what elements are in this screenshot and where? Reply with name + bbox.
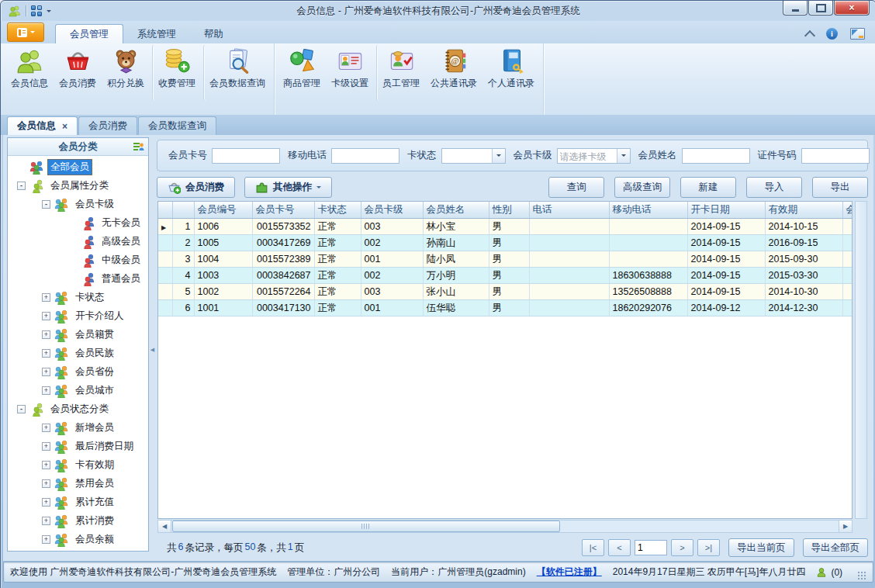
action-button[interactable]: 查询	[548, 177, 604, 198]
next-page-button[interactable]: >	[671, 539, 693, 556]
scrollbar-thumb[interactable]	[172, 521, 560, 532]
card-level-select[interactable]: 请选择卡级	[557, 148, 631, 164]
column-header[interactable]: 性别	[489, 202, 529, 219]
other-actions-button[interactable]: 其他操作	[244, 177, 332, 198]
tree-expander-icon[interactable]	[42, 330, 50, 339]
tree-item[interactable]: 会员卡级	[8, 195, 148, 213]
export-all-pages-button[interactable]: 导出全部页	[803, 538, 869, 557]
minimize-button[interactable]	[783, 1, 808, 16]
tree-expander-icon[interactable]	[42, 200, 50, 209]
tree-item[interactable]: 会员属性分类	[8, 176, 148, 195]
horizontal-scrollbar[interactable]: ◀ ▶	[157, 520, 853, 533]
tree-item[interactable]: 会员余额	[8, 530, 148, 548]
tree-item[interactable]: 累计消费	[8, 511, 148, 530]
tree-expander-icon[interactable]	[42, 293, 50, 302]
tree-item[interactable]: 新增会员	[8, 418, 148, 437]
info-icon[interactable]: i	[826, 28, 838, 40]
registration-status-link[interactable]: 【软件已注册】	[537, 566, 602, 579]
column-header[interactable]: 会员编号	[194, 202, 252, 219]
table-row[interactable]: 4 10030003842687正常002万小明男186306388882014…	[158, 268, 852, 284]
ribbon-button[interactable]: 会员数据查询	[203, 45, 271, 101]
tree-item[interactable]: 开卡介绍人	[8, 306, 148, 325]
tree-expander-icon[interactable]	[42, 424, 50, 432]
tree-expander-icon[interactable]	[17, 405, 26, 413]
ribbon-button[interactable]: 公共通讯录	[425, 45, 482, 101]
tree-item[interactable]: 卡有效期	[8, 455, 148, 474]
ribbon-tab[interactable]: 系统管理	[123, 25, 190, 43]
online-user-icon[interactable]	[816, 567, 827, 578]
tree-item[interactable]: 卡状态	[8, 288, 148, 306]
card-status-select[interactable]	[441, 148, 506, 164]
last-page-button[interactable]: >|	[697, 539, 720, 556]
tree-item[interactable]: 累计充值	[8, 493, 148, 511]
member-name-input[interactable]	[682, 148, 750, 164]
resize-grip[interactable]	[856, 570, 866, 580]
first-page-button[interactable]: |<	[582, 539, 604, 556]
scroll-left-arrow-icon[interactable]: ◀	[158, 521, 171, 532]
tree-item[interactable]: 会员民族	[8, 344, 148, 362]
column-header[interactable]: 卡状态	[314, 202, 361, 219]
ribbon-button[interactable]: 卡级设置	[326, 45, 374, 101]
prev-page-button[interactable]: <	[608, 539, 631, 556]
table-row[interactable]: 3 10040015572389正常001陆小凤男2014-09-152015-…	[158, 251, 852, 268]
maximize-button[interactable]	[808, 1, 833, 16]
action-button[interactable]: 导出	[812, 177, 868, 198]
export-current-page-button[interactable]: 导出当前页	[728, 538, 794, 557]
ribbon-tab[interactable]: 会员管理	[55, 24, 123, 43]
tree-expander-icon[interactable]	[42, 368, 50, 376]
tree-expander-icon[interactable]	[42, 517, 50, 525]
tree-expander-icon[interactable]	[42, 535, 50, 544]
tree-expander-icon[interactable]	[42, 498, 50, 507]
tree-item[interactable]: 禁用会员	[8, 474, 148, 493]
id-no-input[interactable]	[801, 148, 870, 164]
tree-expander-icon[interactable]	[42, 349, 50, 358]
column-header[interactable]: 会员	[842, 202, 852, 219]
column-header[interactable]: 电话	[529, 202, 609, 219]
category-settings-icon[interactable]	[132, 140, 144, 153]
tree-item[interactable]: 高级会员	[8, 232, 148, 251]
member-consume-button[interactable]: 会员消费	[157, 177, 235, 198]
ribbon-button[interactable]: 积分兑换	[102, 45, 150, 101]
tree-item[interactable]: 无卡会员	[8, 213, 148, 232]
table-row[interactable]: 5 10020015572264正常003张小山男135265088882014…	[158, 284, 852, 300]
panel-splitter[interactable]: ◀	[149, 330, 156, 369]
tree-item[interactable]: 全部会员	[8, 157, 148, 176]
collapse-ribbon-icon[interactable]	[804, 29, 815, 40]
ribbon-button[interactable]: 会员消费	[54, 45, 102, 101]
tree-expander-icon[interactable]	[17, 182, 26, 190]
ribbon-button[interactable]: 员工管理	[376, 45, 425, 101]
column-header[interactable]: 开卡日期	[687, 202, 765, 219]
tree-expander-icon[interactable]	[42, 461, 50, 469]
action-button[interactable]: 高级查询	[614, 177, 670, 198]
ribbon-button[interactable]: 收费管理	[152, 45, 201, 101]
table-row[interactable]: 6 10010003417130正常001伍华聪男186202920762014…	[158, 300, 852, 316]
vertical-scrollbar[interactable]	[855, 201, 867, 519]
document-tab[interactable]: 会员数据查询 ×	[138, 116, 216, 135]
table-row[interactable]: 2 10050003417269正常002孙南山男2014-09-152016-…	[158, 235, 852, 251]
document-tab[interactable]: 会员信息 ×	[7, 116, 78, 135]
close-button[interactable]: ×	[834, 1, 870, 16]
table-row[interactable]: 1 10060015573352正常003林小宝男2014-09-152014-…	[158, 219, 852, 235]
close-tab-icon[interactable]: ×	[62, 123, 67, 130]
tree-item[interactable]: 会员籍贯	[8, 325, 148, 344]
tree-item[interactable]: 最后消费日期	[8, 437, 148, 455]
tree-item[interactable]: 中级会员	[8, 251, 148, 269]
action-button[interactable]: 新建	[680, 177, 736, 198]
column-header[interactable]: 有效期	[765, 202, 842, 219]
tree-item[interactable]: 会员城市	[8, 381, 148, 399]
column-header[interactable]: 会员姓名	[423, 202, 489, 219]
tree-expander-icon[interactable]	[42, 442, 50, 451]
page-number-input[interactable]	[635, 540, 667, 555]
ribbon-button[interactable]: 商品管理	[278, 45, 326, 101]
scroll-right-arrow-icon[interactable]: ▶	[839, 521, 852, 532]
tree-expander-icon[interactable]	[42, 386, 50, 395]
action-button[interactable]: 导入	[746, 177, 802, 198]
column-header[interactable]: 会员卡号	[252, 202, 314, 219]
tree-item[interactable]: 会员省份	[8, 362, 148, 381]
ribbon-button[interactable]: 个人通讯录	[482, 45, 540, 101]
card-no-input[interactable]	[212, 148, 280, 164]
tree-item[interactable]: 会员状态分类	[8, 399, 148, 418]
ribbon-tab[interactable]: 帮助	[190, 25, 237, 43]
mail-icon[interactable]	[850, 28, 865, 40]
app-menu-button[interactable]	[7, 22, 44, 42]
